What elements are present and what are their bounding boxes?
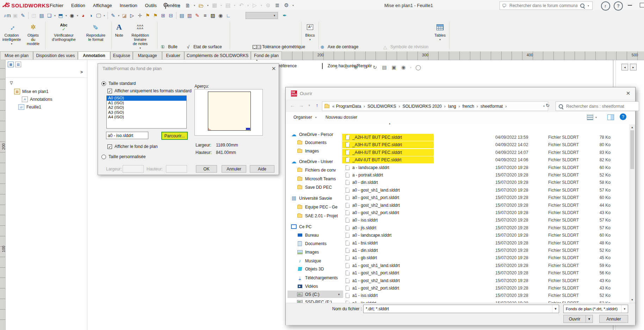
table-row[interactable]: a - landscape.slddrt15/07/2020 19:28Fich… (342, 164, 629, 171)
search-dropdown-icon[interactable]: ▾ (587, 4, 590, 7)
layer-snap-icon[interactable]: ∟ (224, 12, 232, 19)
layer2-icon[interactable]: ▥ (186, 12, 193, 19)
dialog-search[interactable] (556, 101, 639, 111)
format-item[interactable]: A2 (ISO) (107, 105, 186, 110)
custom-size-radio[interactable]: Taille personnalisée (101, 154, 145, 159)
account-icon[interactable]: ꭇ (601, 1, 610, 11)
sidebar-item-sae-2-01-projet[interactable]: SAE 2.01 - Projet (287, 212, 343, 219)
breadcrumb[interactable]: «ProgramData›SOLIDWORKS›SOLIDWORKS 2020›… (332, 104, 509, 109)
format-item[interactable]: A0 (ISO) (107, 96, 186, 101)
recent-locations-icon[interactable]: ▾ (305, 104, 313, 107)
apply-scene-icon[interactable]: ◑ (87, 12, 95, 19)
chevron-down-icon[interactable]: ▾ (233, 4, 236, 7)
sidebar-item-vid-os[interactable]: ▶Vidéos (287, 282, 343, 290)
feature-tree-tab-icon[interactable]: ▦ (8, 62, 14, 67)
grid-snap-icon[interactable]: ⊞ (159, 12, 167, 19)
refresh-icon[interactable]: ↻ (546, 103, 550, 108)
show-background-checkbox[interactable]: ✓ Afficher le fond de plan (107, 144, 158, 149)
save-icon[interactable]: ▦ (210, 1, 219, 9)
sheet-format-titlebar[interactable]: Taille/Format du fond de plan ✕ (98, 64, 279, 73)
browse-button[interactable]: Parcourir... (161, 132, 188, 140)
breadcrumb-segment[interactable]: french (462, 104, 474, 109)
edit-appearance-icon[interactable]: ◕ (79, 12, 87, 19)
annotation-feather-icon[interactable]: ✒ (281, 12, 289, 19)
balloon-button[interactable]: ①Bulle (159, 43, 178, 51)
sidebar-item-ssd-rec-f-[interactable]: SSD-REC (F:) (287, 298, 343, 303)
eraser-icon[interactable]: ◪ (120, 12, 128, 19)
line-style-icon[interactable]: ▨ (209, 12, 217, 19)
table-row[interactable]: a1 - bsi.slddrt15/07/2020 19:28Fichier S… (342, 239, 629, 247)
chevron-down-icon[interactable]: ▾ (291, 4, 295, 7)
menu-edition[interactable]: Edition (67, 0, 89, 11)
hide-show-icon[interactable]: ◉ (68, 12, 76, 19)
help-icon[interactable]: ? (614, 1, 623, 11)
zoom-icon[interactable]: ⌕m (4, 12, 11, 19)
select-icon[interactable]: ▷ (250, 1, 259, 9)
sidebar-scroll-down-icon[interactable]: ▼ (336, 292, 341, 298)
format-file-input[interactable] (106, 132, 148, 139)
chevron-down-icon[interactable]: ▾ (117, 14, 120, 17)
new-document-icon[interactable]: 🗎 (184, 1, 192, 9)
chevron-down-icon[interactable]: ▼ (552, 305, 559, 313)
sketch-pencil-icon[interactable]: ✎ (109, 12, 117, 19)
close-icon[interactable]: ✕ (623, 90, 633, 96)
sidebar-item-microsoft-teams[interactable]: Microsoft Teams (287, 175, 343, 182)
zoom-fit-icon[interactable]: ▣ (11, 12, 19, 19)
table-row[interactable]: _A2H-IUT BUT PEC.slddrt04/09/2022 13:59F… (342, 134, 629, 141)
move-icon[interactable]: ✛ (136, 12, 144, 19)
line-thickness-icon[interactable]: ≡ (201, 12, 209, 19)
help-button[interactable]: Aide (250, 165, 274, 173)
search-icon[interactable] (580, 4, 584, 8)
table-row[interactable]: a0 - gost_sh2_port.slddrt15/07/2020 19:2… (342, 209, 629, 216)
menu-insertion[interactable]: Insertion (116, 0, 141, 11)
chevron-down-icon[interactable]: ▾ (1, 42, 23, 46)
select-arrow-icon[interactable]: ▷ (128, 12, 136, 19)
cancel-button[interactable]: Annuler (599, 315, 628, 323)
property-tab-icon[interactable]: ▤ (15, 62, 21, 67)
table-row[interactable]: _A4V-IUT BUT PEC.slddrt04/09/2022 14:06F… (342, 156, 629, 163)
display-settings-icon[interactable]: 🖵 (95, 12, 103, 19)
spell-checker-button[interactable]: Abc✓Vérificateurd'orthographe (46, 21, 82, 42)
sidebar-item-onedrive-persor[interactable]: ☁OneDrive - Persor (287, 131, 343, 138)
table-row[interactable]: a1 - gb.slddrt15/07/2020 19:28Fichier SL… (342, 254, 629, 261)
chevron-down-icon[interactable]: ▾ (193, 4, 196, 7)
tab-evaluer[interactable]: Evaluer (162, 51, 184, 60)
table-row[interactable]: a1 - gost_sh2_land.slddrt15/07/2020 19:2… (342, 277, 629, 284)
table-row[interactable]: _A4H-IUT BUT PEC.slddrt04/09/2022 14:07F… (342, 149, 629, 156)
format-listbox[interactable]: A0 (ISO)A1 (ISO)A2 (ISO)A3 (ISO)A4 (ISO) (106, 95, 187, 129)
tab-compléments-de-solidworks[interactable]: Compléments de SOLIDWORKS (184, 51, 251, 60)
surface-finish-button[interactable]: √Etat de surface (185, 43, 222, 51)
new-folder-button[interactable]: Nouveau dossier (326, 115, 357, 120)
format-item[interactable]: A4 (ISO) (107, 115, 186, 120)
centerline-button[interactable]: ⊕Axe de centrage (319, 43, 358, 51)
up-icon[interactable]: ↑ (313, 102, 321, 108)
sidebar-item-universit-savoie[interactable]: Université Savoie (287, 194, 343, 202)
tab-esquisse[interactable]: Esquisse (110, 51, 133, 60)
chevron-down-icon[interactable]: ▾ (103, 14, 106, 17)
tree-sheet-row[interactable]: ▱ Feuille1 (18, 104, 41, 110)
menu-fichier[interactable]: Fichier (46, 0, 67, 11)
tab-mise-en-plan[interactable]: Mise en plan (0, 51, 33, 60)
open-button[interactable]: Ouvrir (563, 315, 586, 323)
tab-disposition-des-vues[interactable]: Disposition des vues (33, 51, 78, 60)
ok-button[interactable]: OK (196, 165, 217, 173)
grid-snap2-icon[interactable]: ⊟ (167, 12, 175, 19)
chevron-down-icon[interactable]: ▾ (409, 66, 413, 69)
maximize-button[interactable] (640, 3, 644, 7)
chevron-down-icon[interactable]: ▾ (302, 38, 318, 42)
layer-combobox[interactable]: ▾ (246, 12, 278, 19)
sidebar-item-onedrive-univer[interactable]: ☁OneDrive - Univer (287, 158, 343, 165)
preview-pane-icon[interactable] (607, 114, 614, 120)
format-painter-button[interactable]: ✐Reproduirele format (82, 21, 110, 42)
pane-icon[interactable]: ▣ (390, 64, 398, 71)
chevron-down-icon[interactable]: ▾ (246, 4, 250, 7)
zoom-fit-icon[interactable]: ⌕ (333, 64, 341, 71)
section-view-icon[interactable]: ◫ (30, 12, 38, 19)
view-mode-button[interactable]: ▾ (587, 114, 598, 120)
table-row[interactable]: a1 - gost_sh1_land.slddrt15/07/2020 19:2… (342, 262, 629, 269)
dialog-help-icon[interactable]: ? (620, 113, 626, 120)
breadcrumb-segment[interactable]: sheetformat (481, 104, 503, 109)
tables-button[interactable]: Tables▾ (431, 21, 449, 42)
prev-sheet-icon[interactable]: ◂ (621, 64, 628, 70)
hide-edge-icon[interactable]: ◉ (217, 12, 224, 19)
